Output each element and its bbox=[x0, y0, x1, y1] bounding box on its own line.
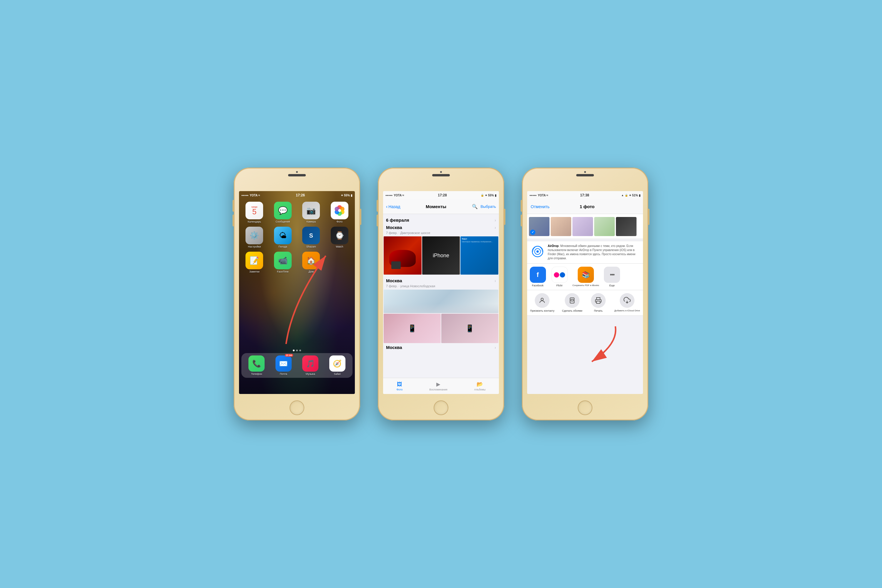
location-2-chevron: › bbox=[495, 278, 496, 283]
dock-phone-label: Телефон bbox=[251, 372, 262, 375]
home-button-1[interactable] bbox=[290, 400, 304, 415]
bluetooth-icon-3: ✦ bbox=[629, 194, 631, 197]
app-shazam[interactable]: S Shazam bbox=[299, 226, 324, 248]
home-icon: 🏠 bbox=[306, 256, 316, 265]
action-wallpaper[interactable]: Сделать обоями bbox=[561, 292, 584, 314]
carrier-3: YOTA bbox=[538, 194, 546, 197]
location-3-name: Москва bbox=[386, 345, 402, 350]
speaker-1 bbox=[288, 174, 306, 176]
photos-icon-svg bbox=[334, 205, 345, 216]
app-home[interactable]: 🏠 Дом bbox=[299, 252, 324, 273]
app-photos[interactable]: Фото bbox=[327, 202, 352, 223]
date-label: 6 февраля bbox=[386, 218, 409, 222]
photos-moments-screen: ●●●●● YOTA ≈ 17:28 🔒 ✦ 55% ▮ ‹ Назад bbox=[383, 191, 499, 394]
bluetooth-icon-2: ✦ bbox=[485, 194, 487, 197]
app-calendar[interactable]: среда 5 Календарь bbox=[242, 202, 267, 223]
action-icloud[interactable]: Добавить в iCloud Drive bbox=[613, 292, 641, 314]
strip-photo-1[interactable] bbox=[529, 217, 549, 236]
safari-icon: 🧭 bbox=[333, 360, 342, 368]
strip-photo-5[interactable] bbox=[616, 217, 636, 236]
airdrop-title: AirDrop bbox=[548, 244, 559, 248]
app-facetime[interactable]: 📹 FaceTime bbox=[270, 252, 296, 273]
cancel-button[interactable]: Отменить bbox=[531, 204, 549, 209]
weather-icon: 🌤 bbox=[279, 231, 286, 240]
dock-mail-label: Почта bbox=[280, 372, 287, 375]
app-facetime-label: FaceTime bbox=[277, 270, 289, 273]
facebook-icon: f bbox=[530, 267, 546, 283]
date-chevron: › bbox=[495, 218, 496, 222]
strip-photo-2[interactable] bbox=[550, 217, 571, 236]
dock-mail[interactable]: ✉️ 25 340 Почта bbox=[272, 356, 296, 375]
battery-icon-1: ▮ bbox=[351, 194, 352, 197]
carrier-2: YOTA bbox=[394, 194, 402, 197]
tab-memories[interactable]: ▶ Воспоминания bbox=[429, 381, 447, 391]
back-label: Назад bbox=[388, 204, 400, 209]
side-button-2 bbox=[504, 209, 506, 225]
share-app-flickr[interactable]: Flickr bbox=[550, 267, 568, 287]
search-icon[interactable]: 🔍 bbox=[472, 204, 478, 209]
homescreen: ●●●●● YOTA ≈ 17:26 ✦ 55% ▮ среда bbox=[239, 191, 355, 394]
action-print[interactable]: Печать bbox=[589, 292, 608, 314]
photo-pink-1[interactable]: 📱 bbox=[384, 314, 441, 343]
nav-back-button[interactable]: ‹ Назад bbox=[386, 204, 400, 209]
screen-2: ●●●●● YOTA ≈ 17:28 🔒 ✦ 55% ▮ ‹ Назад bbox=[383, 191, 499, 394]
share-app-more[interactable]: ••• Еще bbox=[603, 267, 621, 287]
app-notes[interactable]: 📝 Заметки bbox=[242, 252, 267, 273]
app-settings-label: Настройки bbox=[248, 245, 261, 248]
app-camera[interactable]: 📷 Камера bbox=[299, 202, 324, 223]
airdrop-description: AirDrop. Мгновенный обмен данными с теми… bbox=[548, 244, 640, 261]
flickr-icon bbox=[552, 267, 568, 283]
side-button-3 bbox=[648, 209, 650, 225]
photo-2[interactable]: iPhone bbox=[422, 236, 460, 274]
home-button-2[interactable] bbox=[434, 400, 448, 415]
photo-3[interactable]: Текст некоторые параметры отображения... bbox=[460, 236, 498, 274]
share-app-facebook[interactable]: f Facebook bbox=[529, 267, 546, 287]
location-1-name: Москва bbox=[386, 225, 402, 230]
action-contact[interactable]: Присвоить контакту bbox=[529, 292, 556, 314]
home-button-3[interactable] bbox=[578, 400, 592, 415]
app-shazam-label: Shazam bbox=[306, 245, 316, 248]
status-bar-2: ●●●●● YOTA ≈ 17:28 🔒 ✦ 55% ▮ bbox=[383, 191, 499, 200]
photo-pink-2[interactable]: 📱 bbox=[441, 314, 498, 343]
app-messages[interactable]: 💬 Сообщения bbox=[270, 202, 296, 223]
vol-down-1 bbox=[232, 214, 234, 226]
photo-1[interactable] bbox=[384, 236, 422, 274]
app-settings[interactable]: ⚙️ Настройки bbox=[242, 226, 267, 248]
dock-safari[interactable]: 🧭 Safari bbox=[325, 356, 350, 375]
app-messages-label: Сообщения bbox=[276, 220, 290, 223]
airdrop-icon-container bbox=[530, 244, 545, 259]
app-watch[interactable]: ⌚ Watch bbox=[327, 226, 352, 248]
dock-area: 📞 Телефон ✉️ 25 340 Почта 🎵 bbox=[239, 350, 355, 378]
photos-nav-bar: ‹ Назад Моменты 🔍 Выбрать bbox=[383, 200, 499, 214]
spacer bbox=[383, 274, 499, 277]
battery-icon-3: ▮ bbox=[639, 194, 640, 197]
airdrop-desc-text: Мгновенный обмен данными с теми, кто ряд… bbox=[548, 244, 635, 260]
share-sheet-screen: ●●●●● YOTA ≈ 17:38 ▲ 🔒 ✦ 51% ▮ Отменить … bbox=[527, 191, 643, 394]
screen-1: ●●●●● YOTA ≈ 17:26 ✦ 55% ▮ среда bbox=[239, 191, 355, 394]
page-dots bbox=[239, 350, 355, 351]
tab-photos[interactable]: 🖼 Фото bbox=[397, 381, 403, 391]
location-3-header: Москва › bbox=[383, 343, 499, 351]
app-weather[interactable]: 🌤 Погода bbox=[270, 226, 296, 248]
facetime-icon: 📹 bbox=[278, 256, 288, 265]
dock-music[interactable]: 🎵 Музыка bbox=[298, 356, 323, 375]
snow-photo[interactable] bbox=[384, 290, 498, 313]
tab-albums[interactable]: 📂 Альбомы bbox=[474, 381, 486, 391]
battery-percent-2: 55% bbox=[488, 194, 494, 197]
wallpaper-icon bbox=[565, 293, 579, 308]
status-time-1: 17:26 bbox=[296, 193, 305, 197]
location-1-sub: 7 февр. · Дмитровское шоссе bbox=[383, 231, 499, 236]
share-apps-row: f Facebook Flickr 📚 Сохранить PDF в iBoo bbox=[527, 264, 643, 290]
strip-photo-4[interactable] bbox=[594, 217, 615, 236]
notes-icon: 📝 bbox=[250, 256, 259, 265]
wifi-icon-1: ≈ bbox=[258, 194, 260, 197]
share-app-ibooks[interactable]: 📚 Сохранить PDF в iBooks bbox=[572, 267, 599, 287]
dock-phone[interactable]: 📞 Телефон bbox=[244, 356, 269, 375]
messages-icon: 💬 bbox=[278, 206, 288, 215]
strip-photo-3[interactable] bbox=[572, 217, 593, 236]
more-label: Еще bbox=[609, 284, 615, 287]
select-button[interactable]: Выбрать bbox=[481, 204, 496, 209]
ibooks-icon: 📚 bbox=[578, 267, 594, 283]
snow-photo-container bbox=[383, 290, 499, 313]
contact-label: Присвоить контакту bbox=[530, 309, 555, 312]
